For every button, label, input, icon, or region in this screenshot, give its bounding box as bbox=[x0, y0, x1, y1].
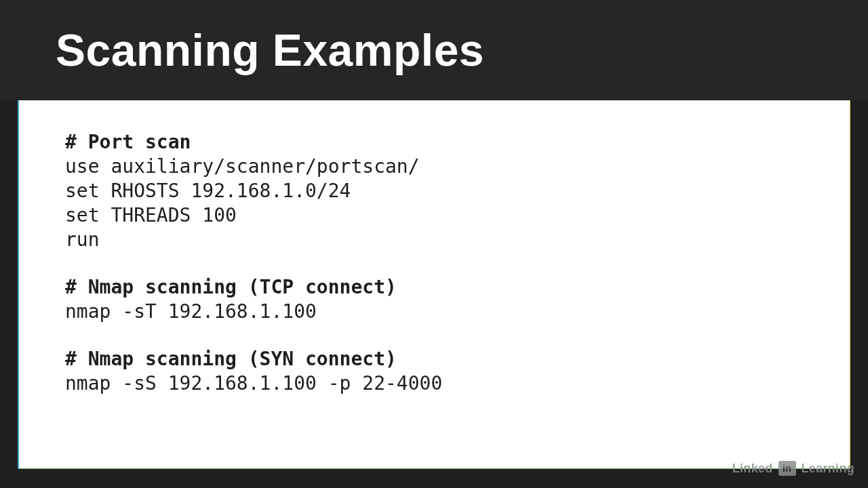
code-area: # Port scan use auxiliary/scanner/portsc… bbox=[65, 130, 804, 396]
code-block-nmap-syn: # Nmap scanning (SYN connect) nmap -sS 1… bbox=[65, 347, 804, 396]
slide-header: Scanning Examples bbox=[0, 0, 868, 100]
code-comment: # Port scan bbox=[65, 130, 804, 155]
code-block-port-scan: # Port scan use auxiliary/scanner/portsc… bbox=[65, 130, 804, 252]
watermark-brand-right: Learning bbox=[802, 462, 854, 476]
code-line: use auxiliary/scanner/portscan/ bbox=[65, 155, 804, 179]
code-line: set RHOSTS 192.168.1.0/24 bbox=[65, 179, 804, 203]
code-line: set THREADS 100 bbox=[65, 203, 804, 228]
code-block-nmap-tcp: # Nmap scanning (TCP connect) nmap -sT 1… bbox=[65, 275, 804, 324]
slide-body: # Port scan use auxiliary/scanner/portsc… bbox=[18, 100, 850, 469]
code-line: run bbox=[65, 228, 804, 252]
code-comment: # Nmap scanning (SYN connect) bbox=[65, 347, 804, 371]
watermark-brand-left: Linked bbox=[732, 462, 773, 476]
watermark: Linked in Learning bbox=[732, 461, 854, 476]
linkedin-in-icon: in bbox=[778, 461, 796, 476]
code-line: nmap -sS 192.168.1.100 -p 22-4000 bbox=[65, 371, 804, 396]
slide: Scanning Examples # Port scan use auxili… bbox=[0, 0, 868, 488]
code-line: nmap -sT 192.168.1.100 bbox=[65, 300, 804, 324]
slide-title: Scanning Examples bbox=[56, 24, 484, 76]
code-comment: # Nmap scanning (TCP connect) bbox=[65, 275, 804, 300]
